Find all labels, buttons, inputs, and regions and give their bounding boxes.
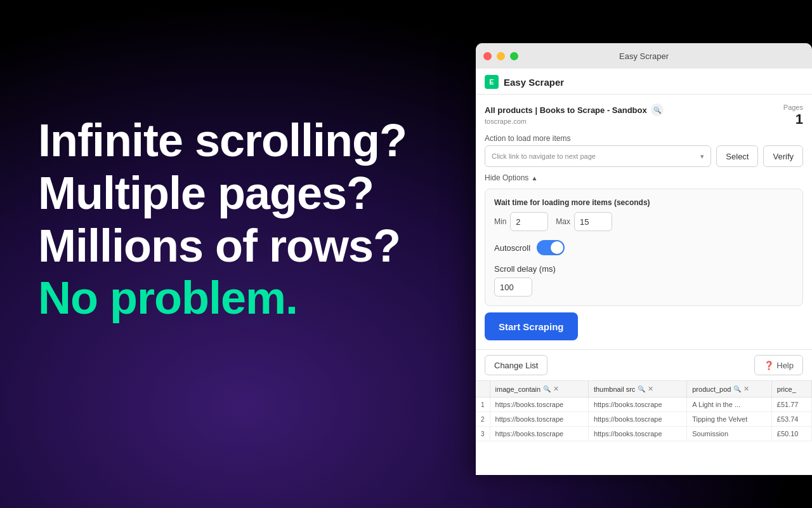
table-row: 3 https://books.toscrape https://books.t… <box>476 427 812 441</box>
action-section: Action to load more items Click link to … <box>485 134 803 167</box>
cell-price: £51.77 <box>771 398 811 412</box>
action-dropdown[interactable]: Click link to navigate to next page ▾ <box>485 145 711 167</box>
change-list-button[interactable]: Change List <box>485 355 547 375</box>
action-row: Click link to navigate to next page ▾ Se… <box>485 145 803 167</box>
url-title-row: All products | Books to Scrape - Sandbox… <box>485 104 664 116</box>
app-name: Easy Scraper <box>504 77 564 88</box>
window-title: Easy Scraper <box>619 51 669 61</box>
image-contain-close-icon[interactable]: ✕ <box>553 385 559 393</box>
table-row: 1 https://books.toscrape https://books.t… <box>476 398 812 412</box>
row-number: 2 <box>476 412 490 427</box>
cell-thumbnail-src: https://books.toscrape <box>588 398 686 412</box>
col-num <box>476 381 490 398</box>
wait-time-label: Wait time for loading more items (second… <box>494 198 794 207</box>
search-icon[interactable]: 🔍 <box>651 104 664 116</box>
scroll-delay-label: Scroll delay (ms) <box>494 264 794 274</box>
price-label: price_ <box>777 385 796 393</box>
app-window: Easy Scraper E Easy Scraper All products… <box>476 43 812 475</box>
thumbnail-src-label: thumbnail src <box>594 385 635 393</box>
cell-thumbnail-src: https://books.toscrape <box>588 427 686 441</box>
close-button[interactable] <box>483 52 492 60</box>
cell-price: £53.74 <box>771 412 811 427</box>
thumbnail-src-close-icon[interactable]: ✕ <box>648 385 653 393</box>
app-header: E Easy Scraper <box>476 69 812 95</box>
search-col-icon2[interactable]: 🔍 <box>638 385 645 392</box>
page-title: All products | Books to Scrape - Sandbox <box>485 105 647 115</box>
hide-options-toggle[interactable]: Hide Options ▲ <box>485 173 803 182</box>
maximize-button[interactable] <box>510 52 518 60</box>
options-box: Wait time for loading more items (second… <box>485 189 803 306</box>
cell-image-contain: https://books.toscrape <box>490 412 588 427</box>
max-field-group: Max <box>556 212 612 231</box>
hero-line3: Millions of rows? <box>38 220 400 271</box>
col-price: price_ <box>771 381 811 398</box>
image-contain-label: image_contain <box>495 385 541 393</box>
scroll-delay-section: Scroll delay (ms) <box>494 264 794 297</box>
product-pod-close-icon[interactable]: ✕ <box>743 385 749 393</box>
hero-section: Infinite scrolling? Multiple pages? Mill… <box>38 114 407 324</box>
hide-options-label: Hide Options <box>485 173 528 182</box>
hero-line4: No problem. <box>38 272 298 323</box>
data-table-wrapper: image_contain 🔍 ✕ thumbnail src 🔍 ✕ <box>476 380 812 475</box>
url-row: All products | Books to Scrape - Sandbox… <box>485 104 803 128</box>
hero-line1: Infinite scrolling? <box>38 115 407 166</box>
min-field-group: Min <box>494 212 548 231</box>
help-label: Help <box>776 361 794 370</box>
url-info: All products | Books to Scrape - Sandbox… <box>485 104 664 125</box>
wait-time-section: Wait time for loading more items (second… <box>494 198 794 231</box>
col-image-contain: image_contain 🔍 ✕ <box>490 381 588 398</box>
help-icon: ❓ <box>764 361 774 370</box>
max-input[interactable] <box>574 212 612 231</box>
hero-line2: Multiple pages? <box>38 168 374 218</box>
minimize-button[interactable] <box>497 52 505 60</box>
cell-image-contain: https://books.toscrape <box>490 398 588 412</box>
data-table: image_contain 🔍 ✕ thumbnail src 🔍 ✕ <box>476 381 812 441</box>
col-thumbnail-src: thumbnail src 🔍 ✕ <box>588 381 686 398</box>
autoscroll-toggle[interactable] <box>537 240 565 255</box>
main-panel: All products | Books to Scrape - Sandbox… <box>476 95 812 349</box>
cell-product-pod: Tipping the Velvet <box>687 412 772 427</box>
action-label: Action to load more items <box>485 134 803 143</box>
table-row: 2 https://books.toscrape https://books.t… <box>476 412 812 427</box>
action-selected-value: Click link to navigate to next page <box>492 152 596 160</box>
pages-info: Pages 1 <box>783 104 803 128</box>
autoscroll-label: Autoscroll <box>494 243 530 253</box>
search-col-icon[interactable]: 🔍 <box>543 385 551 392</box>
cell-thumbnail-src: https://books.toscrape <box>588 412 686 427</box>
wait-time-row: Min Max <box>494 212 794 231</box>
table-body: 1 https://books.toscrape https://books.t… <box>476 398 812 441</box>
cell-price: £50.10 <box>771 427 811 441</box>
pages-label: Pages <box>783 104 803 111</box>
select-button[interactable]: Select <box>716 145 758 167</box>
scroll-delay-input[interactable] <box>494 277 532 297</box>
cell-product-pod: Soumission <box>687 427 772 441</box>
row-number: 3 <box>476 427 490 441</box>
table-header-row: image_contain 🔍 ✕ thumbnail src 🔍 ✕ <box>476 381 812 398</box>
url-subtitle: toscrape.com <box>485 117 664 125</box>
search-col-icon3[interactable]: 🔍 <box>733 385 741 392</box>
chevron-up-icon: ▲ <box>531 175 537 182</box>
row-number: 1 <box>476 398 490 412</box>
min-input[interactable] <box>510 212 548 231</box>
product-pod-label: product_pod <box>692 385 731 393</box>
help-button[interactable]: ❓ Help <box>754 355 803 375</box>
cell-image-contain: https://books.toscrape <box>490 427 588 441</box>
min-label: Min <box>494 217 506 226</box>
window-controls <box>483 52 518 60</box>
bottom-toolbar: Change List ❓ Help <box>476 349 812 380</box>
col-product-pod: product_pod 🔍 ✕ <box>687 381 772 398</box>
app-content: E Easy Scraper All products | Books to S… <box>476 69 812 475</box>
max-label: Max <box>556 217 570 226</box>
verify-button[interactable]: Verify <box>763 145 803 167</box>
autoscroll-row: Autoscroll <box>494 240 794 255</box>
title-bar: Easy Scraper <box>476 43 812 69</box>
dropdown-chevron-icon: ▾ <box>700 152 704 161</box>
start-scraping-button[interactable]: Start Scraping <box>485 312 578 340</box>
app-logo: E <box>485 75 499 89</box>
pages-count: 1 <box>783 111 803 128</box>
cell-product-pod: A Light in the ... <box>687 398 772 412</box>
